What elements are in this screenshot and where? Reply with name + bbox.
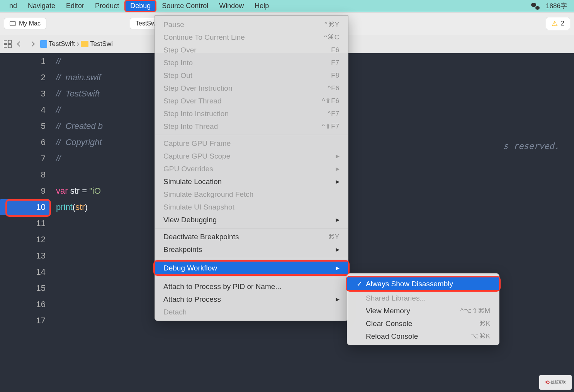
line-number[interactable]: 13 bbox=[0, 248, 49, 264]
menu-item-step-out: Step OutF8 bbox=[155, 69, 348, 82]
line-number[interactable]: 9 bbox=[0, 183, 49, 199]
line-gutter[interactable]: 1234567891011121314151617 bbox=[0, 53, 49, 329]
menubar-item-help[interactable]: Help bbox=[249, 0, 274, 12]
line-number[interactable]: 17 bbox=[0, 313, 49, 329]
submenu-arrow-icon: ▶ bbox=[336, 265, 340, 271]
code-area[interactable]: //// main.swif// TestSwift//// Created b… bbox=[56, 53, 103, 329]
menu-item-deactivate-breakpoints[interactable]: Deactivate Breakpoints⌘Y bbox=[155, 230, 348, 243]
wechat-icon[interactable] bbox=[531, 3, 540, 10]
menu-item-step-into: Step IntoF7 bbox=[155, 56, 348, 69]
warning-icon: ⚠ bbox=[552, 19, 558, 28]
line-number[interactable]: 8 bbox=[0, 167, 49, 183]
menu-item-view-debugging[interactable]: View Debugging▶ bbox=[155, 213, 348, 226]
folder-icon bbox=[81, 41, 88, 47]
submenu-item-reload-console[interactable]: Reload Console⌥⌘K bbox=[347, 330, 499, 343]
line-number[interactable]: 14 bbox=[0, 264, 49, 280]
code-line[interactable]: // TestSwift bbox=[56, 86, 103, 102]
menu-item-breakpoints[interactable]: Breakpoints▶ bbox=[155, 243, 348, 256]
menubar-item-nd[interactable]: nd bbox=[4, 0, 22, 12]
menubar-item-debug[interactable]: Debug bbox=[124, 0, 156, 12]
code-line[interactable] bbox=[56, 248, 103, 264]
menubar-item-editor[interactable]: Editor bbox=[61, 0, 90, 12]
menu-item-step-into-thread: Step Into Thread^⇧F7 bbox=[155, 120, 348, 133]
code-line[interactable] bbox=[56, 215, 103, 231]
menu-item-step-over: Step OverF6 bbox=[155, 44, 348, 56]
code-line[interactable]: // bbox=[56, 102, 103, 118]
submenu-item-clear-console[interactable]: Clear Console⌘K bbox=[347, 317, 499, 330]
line-number[interactable]: 7 bbox=[0, 150, 49, 167]
menu-item-attach-to-process-by-pid-or-name-[interactable]: Attach to Process by PID or Name... bbox=[155, 280, 348, 293]
menu-item-step-into-instruction: Step Into Instruction^F7 bbox=[155, 107, 348, 120]
menu-item-capture-gpu-frame: Capture GPU Frame bbox=[155, 137, 348, 150]
checkmark-icon: ✓ bbox=[356, 279, 363, 288]
menu-item-debug-workflow[interactable]: Debug Workflow▶ bbox=[155, 262, 348, 274]
submenu-arrow-icon: ▶ bbox=[336, 296, 340, 302]
breadcrumb[interactable]: TestSwift › TestSwi bbox=[40, 39, 113, 49]
submenu-item-shared-libraries-: Shared Libraries... bbox=[347, 292, 499, 304]
code-line[interactable]: // bbox=[56, 53, 103, 69]
breakpoint-annotation bbox=[5, 199, 51, 217]
code-line[interactable]: var str = "iO bbox=[56, 183, 103, 199]
code-line[interactable]: // Copyright bbox=[56, 134, 103, 150]
nav-forward-button[interactable] bbox=[28, 40, 36, 48]
code-line[interactable]: // bbox=[56, 150, 103, 167]
code-line[interactable] bbox=[56, 231, 103, 248]
code-line[interactable] bbox=[56, 313, 103, 329]
code-text-fragment: s reserved. bbox=[503, 141, 559, 151]
menu-item-detach: Detach bbox=[155, 306, 348, 318]
menu-item-step-over-thread: Step Over Thread^⇧F6 bbox=[155, 95, 348, 107]
menu-item-simulate-location[interactable]: Simulate Location▶ bbox=[155, 175, 348, 188]
line-number[interactable]: 1 bbox=[0, 53, 49, 69]
debug-workflow-submenu: ✓Always Show DisassemblyShared Libraries… bbox=[347, 273, 499, 345]
menu-item-attach-to-process[interactable]: Attach to Process▶ bbox=[155, 293, 348, 306]
line-number[interactable]: 12 bbox=[0, 231, 49, 248]
code-line[interactable] bbox=[56, 264, 103, 280]
submenu-arrow-icon: ▶ bbox=[336, 179, 340, 184]
desktop-icon bbox=[10, 21, 16, 26]
code-line[interactable]: print(str) bbox=[56, 199, 103, 215]
swift-file-icon bbox=[40, 40, 47, 48]
related-items-icon[interactable] bbox=[4, 40, 12, 48]
line-number[interactable]: 16 bbox=[0, 296, 49, 313]
submenu-arrow-icon: ▶ bbox=[336, 217, 340, 223]
issues-indicator[interactable]: ⚠ 2 bbox=[546, 17, 570, 30]
menubar-item-navigate[interactable]: Navigate bbox=[22, 0, 61, 12]
run-destination[interactable]: My Mac bbox=[4, 18, 46, 29]
line-number[interactable]: 15 bbox=[0, 280, 49, 296]
menu-item-pause: Pause^⌘Y bbox=[155, 18, 348, 31]
watermark-logo: ⟲创新互联 bbox=[539, 375, 572, 390]
line-number[interactable]: 4 bbox=[0, 102, 49, 118]
line-number[interactable]: 5 bbox=[0, 118, 49, 134]
menu-item-simulate-background-fetch: Simulate Background Fetch bbox=[155, 188, 348, 201]
submenu-item-always-show-disassembly[interactable]: ✓Always Show Disassembly bbox=[347, 277, 499, 290]
line-number[interactable]: 6 bbox=[0, 134, 49, 150]
menu-item-capture-gpu-scope: Capture GPU Scope▶ bbox=[155, 150, 348, 162]
code-line[interactable] bbox=[56, 167, 103, 183]
line-number[interactable]: 11 bbox=[0, 215, 49, 231]
menubar-item-source-control[interactable]: Source Control bbox=[156, 0, 214, 12]
submenu-arrow-icon: ▶ bbox=[336, 153, 340, 159]
menu-item-continue-to-current-line: Continue To Current Line^⌘C bbox=[155, 31, 348, 44]
submenu-item-view-memory[interactable]: View Memory^⌥⇧⌘M bbox=[347, 304, 499, 317]
menubar-item-product[interactable]: Product bbox=[90, 0, 124, 12]
code-line[interactable]: // Created b bbox=[56, 118, 103, 134]
debug-menu-dropdown: Pause^⌘YContinue To Current Line^⌘CStep … bbox=[155, 15, 348, 321]
menu-item-simulate-ui-snapshot: Simulate UI Snapshot bbox=[155, 201, 348, 213]
menu-item-gpu-overrides: GPU Overrides▶ bbox=[155, 162, 348, 175]
nav-back-button[interactable] bbox=[15, 40, 24, 48]
submenu-arrow-icon: ▶ bbox=[336, 247, 340, 252]
menubar-char-count: 1886字 bbox=[546, 2, 567, 10]
line-number[interactable]: 2 bbox=[0, 69, 49, 86]
line-number[interactable]: 3 bbox=[0, 86, 49, 102]
menubar: ndNavigateEditorProductDebugSource Contr… bbox=[0, 0, 574, 12]
code-line[interactable]: // main.swif bbox=[56, 69, 103, 86]
code-line[interactable] bbox=[56, 280, 103, 296]
menu-item-step-over-instruction: Step Over Instruction^F6 bbox=[155, 82, 348, 95]
menubar-item-window[interactable]: Window bbox=[214, 0, 249, 12]
submenu-arrow-icon: ▶ bbox=[336, 166, 340, 172]
code-line[interactable] bbox=[56, 296, 103, 313]
